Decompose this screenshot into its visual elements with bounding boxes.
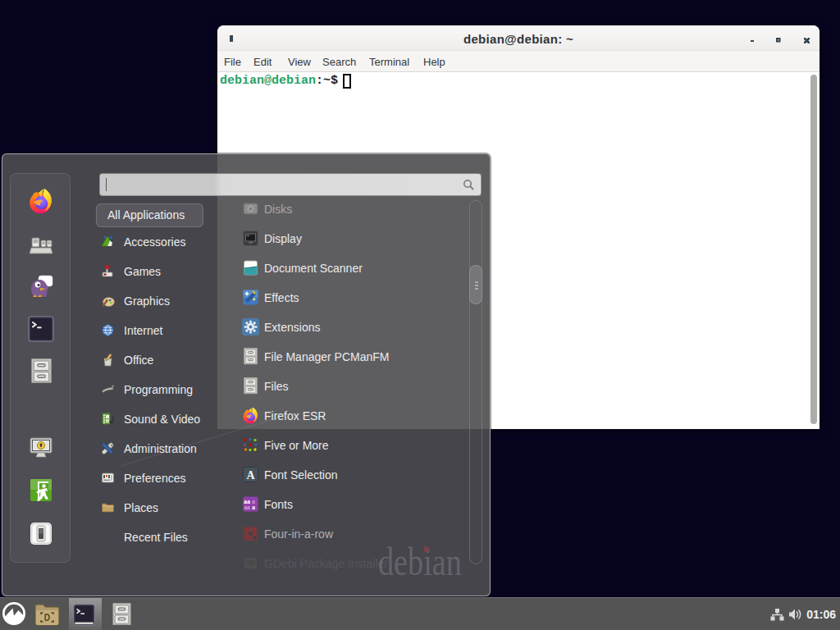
svg-text:A: A: [246, 469, 255, 482]
svg-text:a: a: [252, 504, 255, 511]
svg-text:aa: aa: [244, 504, 250, 511]
